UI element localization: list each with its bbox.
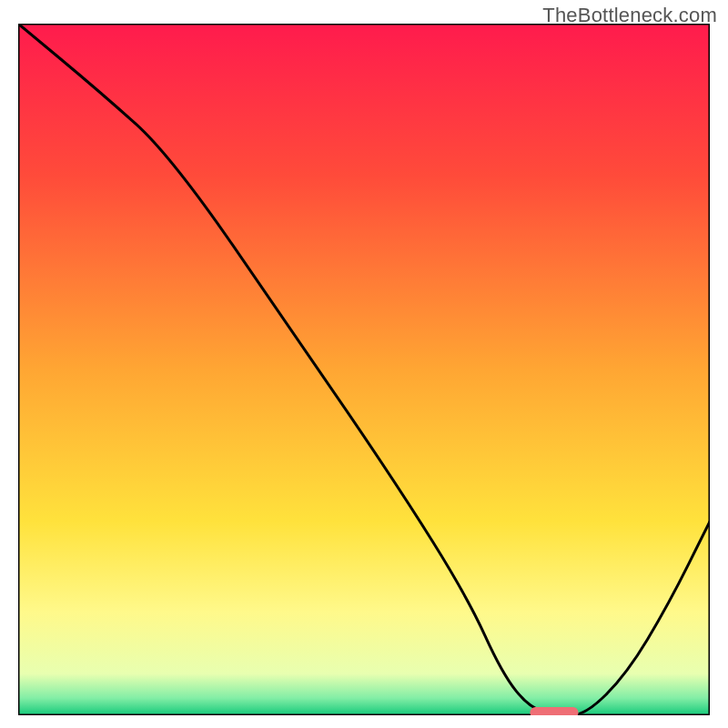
chart-container: TheBottleneck.com (0, 0, 728, 728)
optimal-range-marker (530, 707, 578, 715)
gradient-background (18, 24, 710, 715)
chart-svg (18, 24, 710, 715)
plot-area (18, 24, 710, 715)
